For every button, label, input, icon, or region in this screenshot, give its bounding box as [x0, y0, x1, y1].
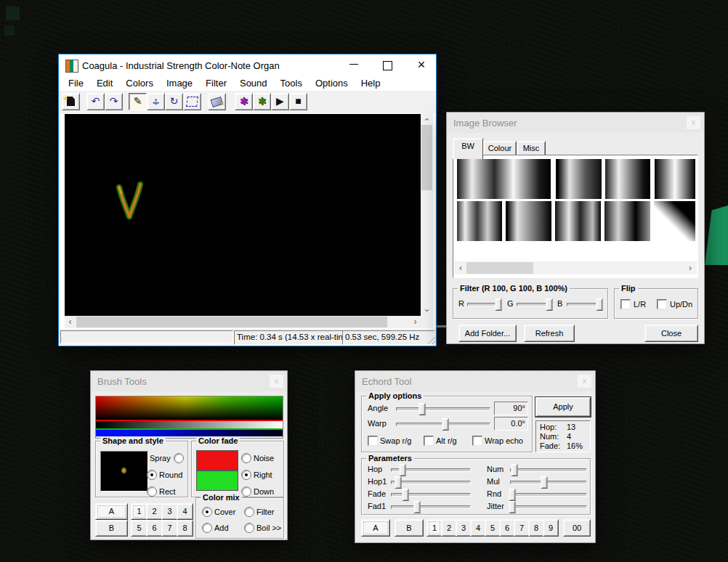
echord-preset-3[interactable]: 3 — [456, 519, 472, 537]
gray-gradient[interactable] — [96, 421, 283, 428]
vscroll-thumb[interactable] — [421, 125, 432, 190]
menu-edit[interactable]: Edit — [90, 76, 119, 90]
paint-canvas[interactable] — [65, 114, 421, 316]
echord-preset-9[interactable]: 9 — [543, 519, 559, 537]
right-radio[interactable] — [241, 470, 251, 480]
rect-radio[interactable] — [147, 486, 157, 497]
menu-sound[interactable]: Sound — [233, 76, 274, 90]
gradient-thumbnail[interactable] — [555, 201, 601, 241]
apply-button[interactable]: Apply — [535, 397, 591, 417]
close-icon[interactable]: x — [687, 116, 700, 129]
scroll-right-icon[interactable]: › — [410, 317, 421, 327]
add-radio[interactable] — [202, 523, 212, 533]
panel-hscrollbar[interactable]: ‹ › — [454, 261, 697, 274]
fade-color-a-swatch[interactable] — [196, 450, 238, 471]
echord-preset-b[interactable]: B — [395, 519, 424, 537]
scroll-down-icon[interactable]: › — [421, 304, 432, 317]
hop1-slider[interactable] — [391, 481, 471, 484]
menu-options[interactable]: Options — [309, 76, 355, 90]
jitter-slider[interactable] — [510, 505, 587, 509]
echord-preset-4[interactable]: 4 — [470, 519, 486, 537]
gradient-thumbnail[interactable] — [556, 159, 602, 199]
flip-updn-checkbox[interactable] — [657, 299, 667, 309]
titlebar[interactable]: Image Browser x — [447, 113, 704, 133]
menu-help[interactable]: Help — [355, 76, 387, 90]
maximize-button[interactable] — [383, 61, 392, 70]
brush-preset-3[interactable]: 3 — [161, 503, 178, 520]
wrap-echo-checkbox[interactable] — [472, 436, 482, 446]
gradient-thumbnail[interactable] — [605, 159, 650, 199]
gradient-thumbnail[interactable] — [654, 201, 695, 241]
brush-preset-6[interactable]: 6 — [146, 520, 163, 537]
echord-preset-00[interactable]: 00 — [563, 519, 591, 537]
echord-preset-8[interactable]: 8 — [528, 519, 544, 537]
boil-radio[interactable] — [244, 523, 254, 533]
add-folder-button[interactable]: Add Folder... — [458, 325, 517, 342]
num-slider[interactable] — [510, 468, 587, 472]
gradient-thumbnail[interactable] — [457, 201, 502, 241]
stop-button[interactable]: ■ — [289, 93, 307, 110]
echord-preset-2[interactable]: 2 — [441, 519, 457, 537]
filter-slider-b[interactable] — [567, 303, 603, 306]
rotate-tool-button[interactable]: ↻ — [165, 93, 183, 110]
hue-gradient[interactable] — [96, 396, 283, 420]
menu-colors[interactable]: Colors — [119, 76, 160, 90]
gradient-thumbnail[interactable] — [655, 159, 695, 199]
titlebar[interactable]: Echord Tool x — [355, 371, 595, 391]
play-button[interactable]: ▶ — [271, 93, 289, 110]
brush-preset-8[interactable]: 8 — [177, 520, 193, 537]
render-stereo-button[interactable]: ✱ — [235, 93, 253, 110]
menu-image[interactable]: Image — [160, 76, 199, 90]
transform-tool-button[interactable] — [183, 93, 201, 110]
brush-preset-a[interactable]: A — [95, 503, 128, 520]
scroll-left-icon[interactable]: ‹ — [456, 263, 466, 273]
close-button[interactable]: × — [414, 57, 429, 73]
fade-color-b-swatch[interactable] — [196, 471, 238, 491]
brush-preset-5[interactable]: 5 — [131, 520, 147, 537]
move-tool-button[interactable]: ↔ ↕ — [147, 93, 165, 110]
echord-preset-5[interactable]: 5 — [485, 519, 501, 537]
swap-rg-checkbox[interactable] — [368, 436, 378, 446]
brush-preset-b[interactable]: B — [95, 520, 128, 537]
gradient-thumbnail[interactable] — [506, 201, 551, 241]
alt-rg-checkbox[interactable] — [424, 436, 434, 446]
rnd-slider[interactable] — [510, 493, 587, 497]
brush-preset-1[interactable]: 1 — [131, 503, 147, 520]
titlebar[interactable]: Brush Tools x — [91, 371, 287, 391]
close-icon[interactable]: x — [578, 375, 591, 388]
menu-filter[interactable]: Filter — [199, 76, 233, 90]
echord-preset-1[interactable]: 1 — [426, 519, 442, 537]
fade-slider[interactable] — [391, 493, 471, 497]
fad1-slider[interactable] — [391, 505, 471, 509]
close-icon[interactable]: x — [270, 375, 283, 388]
brush-preset-7[interactable]: 7 — [161, 520, 178, 537]
filter-radio[interactable] — [244, 507, 254, 517]
render-sound-button[interactable]: ✱ — [253, 93, 271, 110]
gradient-thumbnail[interactable] — [604, 201, 650, 241]
canvas-hscrollbar[interactable]: ‹ › — [65, 316, 421, 328]
echord-preset-a[interactable]: A — [361, 519, 390, 537]
cover-radio[interactable] — [202, 507, 212, 517]
redo-button[interactable]: ↷ — [105, 93, 123, 110]
color-palette[interactable] — [95, 396, 283, 439]
canvas-vscrollbar[interactable]: ‹ › — [421, 114, 433, 316]
refresh-button[interactable]: Refresh — [524, 325, 575, 342]
menu-file[interactable]: File — [62, 76, 90, 90]
hop-slider[interactable] — [391, 468, 471, 472]
panel-hscroll-thumb[interactable] — [466, 262, 533, 274]
brush-tool-button[interactable]: ✎ — [129, 93, 147, 110]
blue-gradient[interactable] — [96, 430, 283, 436]
scroll-up-icon[interactable]: ‹ — [421, 113, 432, 126]
new-image-button[interactable]: ✳ — [62, 93, 80, 110]
flip-lr-checkbox[interactable] — [620, 299, 631, 309]
titlebar[interactable]: Coagula - Industrial Strength Color-Note… — [59, 54, 436, 76]
warp-slider[interactable] — [396, 423, 490, 426]
filter-slider-g[interactable] — [517, 303, 553, 306]
down-radio[interactable] — [241, 486, 251, 497]
mul-slider[interactable] — [510, 481, 587, 484]
minimize-button[interactable]: — — [347, 59, 361, 69]
scroll-left-icon[interactable]: ‹ — [65, 317, 76, 327]
brush-preset-4[interactable]: 4 — [177, 503, 193, 520]
angle-slider[interactable] — [396, 407, 490, 411]
gradient-thumbnail[interactable] — [457, 159, 551, 199]
